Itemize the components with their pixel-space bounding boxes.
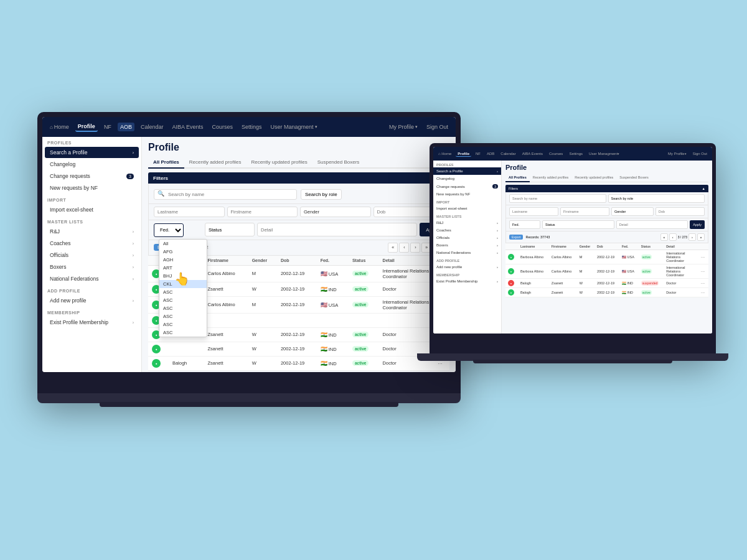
sidebar-coaches[interactable]: Coaches › [45,238,139,249]
nav-my-profile[interactable]: My Profile [387,123,420,131]
sm-tab-all-profiles[interactable]: All Profiles [505,174,530,182]
fed-option-art[interactable]: ART [159,264,207,272]
sm-tab-suspended-boxers[interactable]: Suspended Boxers [616,174,651,182]
sidebar-search-profile[interactable]: Search a Profile › [45,147,139,158]
sm-export-button[interactable]: Export [509,235,523,240]
fed-option-all[interactable]: All [159,240,207,248]
sm-nav-courses[interactable]: Courses [547,151,565,156]
tab-suspended-boxers[interactable]: Suspended Boxers [312,157,365,169]
sidebar-national-federations[interactable]: National Federations › [45,273,139,284]
sidebar-new-requests[interactable]: New requests by NF [45,182,139,194]
sm-fed-select[interactable]: Fed. [509,220,540,229]
sm-search-name-input[interactable] [509,194,606,203]
fed-option-asc2[interactable]: ASC [159,296,207,304]
detail-input[interactable] [257,223,417,236]
sm-sidebar-national-federations[interactable]: National Federations › [433,249,501,256]
sidebar-changelog[interactable]: Changelog [45,159,139,170]
tab-recently-added[interactable]: Recently added profiles [184,157,247,169]
fed-option-asc6[interactable]: ASC [159,329,207,337]
tab-all-profiles[interactable]: All Profiles [148,157,184,169]
fed-option-ckl[interactable]: CKL [159,280,207,288]
page-next-btn[interactable]: › [410,243,420,253]
search-name-input[interactable] [154,189,297,200]
sm-tab-recently-updated[interactable]: Recently updated profiles [571,174,616,182]
sidebar-add-new-profile[interactable]: Add new profile › [45,295,139,306]
sm-dob-input[interactable] [655,207,705,216]
sm-nav-aiba-events[interactable]: AIBA Events [520,151,545,156]
sm-filters-toggle-icon[interactable]: ▲ [702,187,705,190]
sm-row-actions-btn[interactable]: ··· [701,290,705,296]
lastname-input[interactable] [154,207,225,217]
sm-nav-settings[interactable]: Settings [567,151,585,156]
status-select[interactable]: Status [205,223,255,236]
sm-tab-recently-added[interactable]: Recently added profiles [530,174,571,182]
sm-nav-home[interactable]: ⌂ Home [436,151,453,156]
page-first-btn[interactable]: « [388,243,398,253]
nav-nf[interactable]: NF [101,123,114,131]
firstname-input[interactable] [227,207,298,217]
nav-profile[interactable]: Profile [75,122,98,132]
sm-nav-sign-out[interactable]: Sign Out [691,151,709,156]
sm-nav-nf[interactable]: NF [474,151,482,156]
sidebar-exist-profile-membership[interactable]: Exist Profile Membership › [45,317,139,328]
sm-row-actions-btn[interactable]: ··· [701,269,705,274]
sm-firstname-input[interactable] [560,207,609,216]
sm-sidebar-officials[interactable]: Officials › [433,234,501,241]
sm-row-actions-btn[interactable]: ··· [701,254,705,260]
fed-select[interactable]: Fed. [154,223,184,237]
nav-user-managment[interactable]: User Managment [268,123,320,131]
sm-section-master-lists: MASTER LISTS [433,212,501,219]
sidebar-officials[interactable]: Officials › [45,250,139,261]
sm-page-prev-btn[interactable]: ‹ [669,233,677,241]
nav-aob[interactable]: AOB [118,123,134,131]
nav-aiba-events[interactable]: AIBA Events [169,123,205,131]
fed-option-afg[interactable]: AFG [159,248,207,256]
sm-nav-profile[interactable]: Profile [456,151,471,157]
sm-sidebar-import-excel[interactable]: Import excel-sheet [433,205,501,212]
page-prev-btn[interactable]: ‹ [399,243,409,253]
sm-detail-input[interactable] [616,220,688,229]
sm-page-first-btn[interactable]: « [660,233,668,241]
sm-page-last-btn[interactable]: » [697,233,705,241]
sm-sidebar-changelog[interactable]: Changelog [433,175,501,182]
sm-lastname-input[interactable] [509,207,558,216]
row-actions-btn[interactable]: ··· [438,360,443,366]
sidebar-change-requests[interactable]: Change requests 3 [45,170,139,182]
nav-home[interactable]: ⌂ Home [47,123,72,131]
sm-row-actions-btn[interactable]: ··· [701,281,705,286]
fed-option-asc3[interactable]: ASC [159,304,207,312]
fed-option-agh[interactable]: AGH [159,256,207,264]
sm-search-role-select[interactable]: Search by role [608,194,705,203]
nav-courses[interactable]: Courses [209,123,235,131]
sm-apply-button[interactable]: Apply [690,220,705,229]
fed-option-asc5[interactable]: ASC [159,320,207,329]
sm-status-select[interactable]: Status [542,220,614,229]
fed-option-bhj[interactable]: BHJ [159,272,207,280]
gender-select[interactable]: Gender [300,207,371,217]
sidebar-rj[interactable]: R&J › [45,226,139,237]
nav-settings[interactable]: Settings [239,123,265,131]
fed-option-asc1[interactable]: ASC [159,288,207,296]
sm-sidebar-change-requests[interactable]: Change requests 3 [433,182,501,190]
sm-sidebar-add-new-profile[interactable]: Add new profile › [433,263,501,271]
sm-sidebar-new-requests[interactable]: New requests by NF [433,190,501,198]
sm-nav-calendar[interactable]: Calendar [499,151,517,156]
nav-sign-out[interactable]: Sign Out [424,123,451,131]
sm-nav-my-profile[interactable]: My Profile [666,151,688,156]
table-row: ● Balogh Zsanett W 2002-12-19 🇮🇳 IND act… [148,356,449,370]
sm-sidebar-coaches[interactable]: Coaches › [433,226,501,234]
search-role-select[interactable]: Search by role [301,189,342,200]
sm-sidebar-rj[interactable]: R&J › [433,219,501,226]
sm-gender-select[interactable]: Gender [611,207,654,216]
sm-nav-adb[interactable]: ADB [485,151,496,156]
sm-nav-user-managment[interactable]: User Managment [587,151,621,156]
sm-sidebar-exist-profile-membership[interactable]: Exist Profile Membership › [433,278,501,285]
fed-option-asc4[interactable]: ASC [159,312,207,320]
tab-recently-updated[interactable]: Recently updated profiles [246,157,312,169]
sidebar-boxers[interactable]: Boxers › [45,261,139,273]
sm-page-next-btn[interactable]: › [688,233,696,241]
sm-sidebar-search-profile[interactable]: Search a Profile › [433,167,501,175]
sidebar-import-excel[interactable]: Import excel-sheet [45,204,139,215]
sm-sidebar-boxers[interactable]: Boxers › [433,241,501,249]
nav-calendar[interactable]: Calendar [138,123,166,131]
